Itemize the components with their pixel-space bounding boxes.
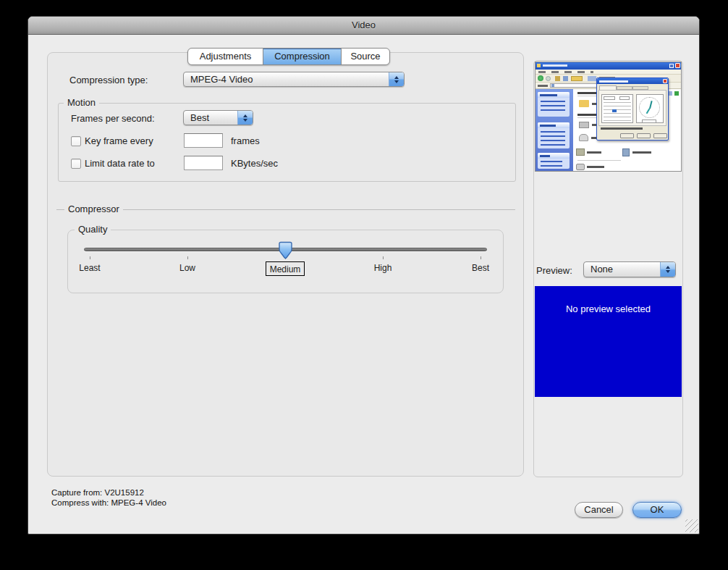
tick-least	[90, 256, 90, 259]
tick-high	[383, 256, 384, 259]
xp-calendar	[601, 94, 633, 123]
tick-best	[481, 256, 481, 259]
cancel-button[interactable]: Cancel	[575, 502, 623, 518]
xp-menubar	[536, 70, 681, 75]
compressor-group-title: Compressor	[64, 204, 123, 214]
xp-dialog	[596, 77, 669, 141]
popup-arrows-icon	[389, 72, 404, 86]
quality-slider-thumb[interactable]	[279, 241, 292, 259]
key-frame-label: Key frame every	[85, 135, 153, 148]
no-preview-message: No preview selected	[535, 303, 682, 314]
preview-display: No preview selected	[535, 286, 682, 397]
key-frame-checkbox[interactable]	[71, 136, 81, 146]
key-frame-field[interactable]	[184, 133, 223, 148]
window-titlebar[interactable]: Video	[28, 17, 699, 35]
compression-type-label: Compression type:	[69, 74, 148, 87]
data-rate-field[interactable]	[184, 156, 223, 170]
key-frame-unit: frames	[231, 135, 260, 148]
xp-titlebar	[536, 62, 681, 70]
compressor-divider	[56, 209, 515, 210]
compression-type-popup[interactable]: MPEG-4 Video	[183, 72, 405, 87]
xp-disk-icon	[579, 122, 589, 128]
compression-type-value: MPEG-4 Video	[184, 72, 404, 86]
preview-popup[interactable]: None	[583, 261, 676, 277]
xp-task-pane	[536, 89, 573, 171]
popup-arrows-icon	[237, 111, 253, 125]
fps-popup[interactable]: Best	[183, 110, 253, 125]
video-settings-window: Video Adjustments Compression Source Com…	[27, 16, 700, 535]
screen: { "window": { "title": "Video" }, "tabs"…	[0, 0, 728, 570]
motion-group-title: Motion	[64, 97, 99, 108]
tab-adjustments[interactable]: Adjustments	[188, 49, 263, 64]
tab-compression[interactable]: Compression	[263, 49, 341, 64]
quality-group-title: Quality	[75, 224, 111, 235]
capture-from-text: Capture from: V2U15912	[51, 487, 144, 498]
data-rate-label: Limit data rate to	[85, 157, 155, 170]
data-rate-checkbox[interactable]	[71, 159, 81, 169]
tick-low	[187, 256, 188, 259]
xp-folder-icon	[579, 100, 589, 107]
quality-label-medium-focused: Medium	[266, 261, 305, 276]
tab-source[interactable]: Source	[341, 49, 389, 64]
data-rate-unit: KBytes/sec	[231, 157, 278, 170]
resize-grip[interactable]	[685, 519, 698, 532]
compress-with-text: Compress with: MPEG-4 Video	[51, 498, 166, 508]
ok-button[interactable]: OK	[632, 502, 682, 518]
xp-back-icon	[538, 75, 543, 81]
capture-thumbnail	[535, 62, 682, 172]
quality-label-least: Least	[79, 263, 100, 273]
quality-label-high: High	[374, 263, 392, 273]
tab-bar: Adjustments Compression Source	[187, 48, 390, 65]
fps-label: Frames per second:	[71, 112, 155, 125]
quality-label-low: Low	[179, 263, 195, 273]
xp-clock	[636, 94, 664, 123]
popup-arrows-icon	[660, 262, 675, 277]
quality-label-best: Best	[472, 263, 489, 273]
xp-close-icon	[675, 63, 680, 68]
preview-label: Preview:	[536, 264, 572, 277]
window-title: Video	[28, 17, 699, 34]
